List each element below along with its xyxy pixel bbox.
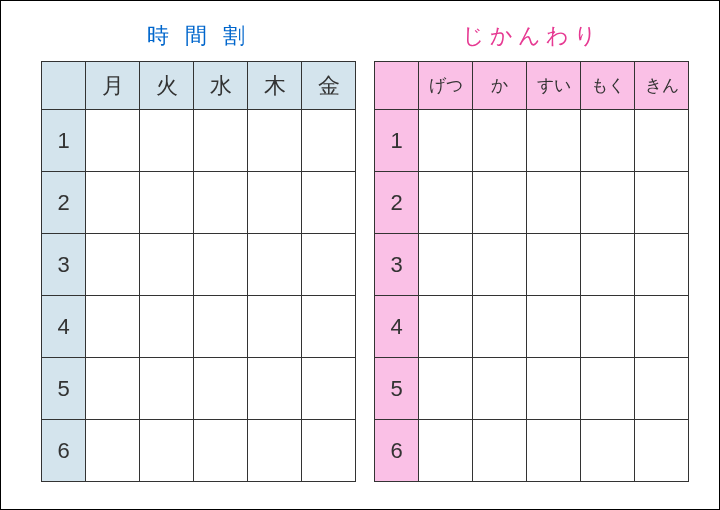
period-header: 1	[42, 110, 86, 172]
timetable-cell	[302, 420, 356, 482]
timetable-cell	[302, 358, 356, 420]
timetable-cell	[302, 172, 356, 234]
timetable-cell	[419, 358, 473, 420]
timetable-cell	[86, 234, 140, 296]
period-header: 3	[42, 234, 86, 296]
period-header: 1	[375, 110, 419, 172]
timetable-cell	[419, 110, 473, 172]
timetable-cell	[635, 296, 689, 358]
timetable-cell	[473, 110, 527, 172]
period-header: 2	[42, 172, 86, 234]
timetable-title: 時 間 割	[41, 21, 356, 51]
day-header: か	[473, 62, 527, 110]
timetable-cell	[140, 358, 194, 420]
period-header: 4	[42, 296, 86, 358]
timetable-cell	[194, 420, 248, 482]
timetable-cell	[248, 110, 302, 172]
timetable-cell	[581, 110, 635, 172]
timetable-cell	[194, 358, 248, 420]
timetable-cell	[581, 172, 635, 234]
period-header: 6	[375, 420, 419, 482]
timetable-cell	[419, 420, 473, 482]
period-header: 5	[42, 358, 86, 420]
day-header: きん	[635, 62, 689, 110]
timetable-grid: げつ か すい もく きん 1 2 3 4 5 6	[374, 61, 689, 482]
timetable-cell	[194, 172, 248, 234]
timetable-cell	[473, 358, 527, 420]
day-header: 水	[194, 62, 248, 110]
timetable-title: じかんわり	[374, 21, 689, 51]
timetable-cell	[527, 296, 581, 358]
day-header: 火	[140, 62, 194, 110]
timetable-cell	[527, 110, 581, 172]
timetable-cell	[140, 234, 194, 296]
timetable-cell	[473, 296, 527, 358]
period-header: 6	[42, 420, 86, 482]
timetable-cell	[635, 234, 689, 296]
period-header: 5	[375, 358, 419, 420]
day-header: 金	[302, 62, 356, 110]
timetable-cell	[419, 172, 473, 234]
timetable-cell	[581, 296, 635, 358]
timetable-cell	[140, 296, 194, 358]
timetable-cell	[86, 296, 140, 358]
timetable-cell	[527, 358, 581, 420]
timetable-cell	[473, 234, 527, 296]
timetable-cell	[248, 172, 302, 234]
timetable-cell	[581, 234, 635, 296]
timetable-cell	[527, 234, 581, 296]
timetable-cell	[527, 420, 581, 482]
timetable-cell	[527, 172, 581, 234]
day-header: 月	[86, 62, 140, 110]
timetable-cell	[86, 420, 140, 482]
timetable-cell	[635, 358, 689, 420]
timetable-cell	[194, 110, 248, 172]
timetable-cell	[302, 234, 356, 296]
day-header: げつ	[419, 62, 473, 110]
timetable-cell	[635, 110, 689, 172]
corner-cell	[375, 62, 419, 110]
timetable-cell	[140, 420, 194, 482]
timetable-cell	[302, 296, 356, 358]
timetable-cell	[419, 234, 473, 296]
period-header: 4	[375, 296, 419, 358]
timetable-cell	[635, 420, 689, 482]
timetable-cell	[194, 296, 248, 358]
timetable-hiragana: じかんわり げつ か すい もく きん 1 2 3 4 5 6	[374, 21, 689, 479]
timetable-cell	[140, 172, 194, 234]
timetable-cell	[248, 296, 302, 358]
timetable-cell	[581, 358, 635, 420]
timetable-grid: 月 火 水 木 金 1 2 3 4 5 6	[41, 61, 356, 482]
timetable-cell	[248, 420, 302, 482]
period-header: 3	[375, 234, 419, 296]
timetable-cell	[86, 358, 140, 420]
timetable-cell	[635, 172, 689, 234]
timetable-cell	[419, 296, 473, 358]
timetable-cell	[86, 110, 140, 172]
corner-cell	[42, 62, 86, 110]
timetable-cell	[140, 110, 194, 172]
timetable-cell	[248, 234, 302, 296]
day-header: 木	[248, 62, 302, 110]
timetable-cell	[248, 358, 302, 420]
timetable-cell	[86, 172, 140, 234]
timetable-cell	[473, 420, 527, 482]
period-header: 2	[375, 172, 419, 234]
timetable-cell	[473, 172, 527, 234]
timetable-cell	[194, 234, 248, 296]
day-header: もく	[581, 62, 635, 110]
timetable-cell	[581, 420, 635, 482]
timetable-kanji: 時 間 割 月 火 水 木 金 1 2 3 4 5 6	[41, 21, 356, 479]
day-header: すい	[527, 62, 581, 110]
timetable-cell	[302, 110, 356, 172]
